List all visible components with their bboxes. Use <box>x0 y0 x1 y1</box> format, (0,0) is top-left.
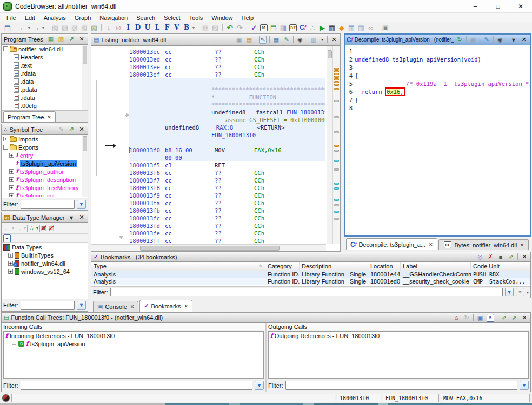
listing-line[interactable]: undefined8 __fastcall FUN_1800013f0(void <box>129 109 325 116</box>
snapshot-icon[interactable]: ◉ <box>496 36 504 44</box>
dropdown-icon[interactable]: ▼ <box>510 36 517 44</box>
tree-item[interactable]: Headers <box>2 53 88 61</box>
table-icon[interactable]: ▦ <box>347 23 356 32</box>
listing-line[interactable]: 1800013fbcc??CCh <box>129 207 325 214</box>
close-icon[interactable]: ✕ <box>47 114 51 120</box>
redo-icon[interactable]: ↷ <box>235 23 244 32</box>
dropdown-icon[interactable]: ▼ <box>68 213 75 221</box>
back-dropdown-icon[interactable]: ▾ <box>27 23 31 32</box>
listing-line[interactable]: 1800013eecc??CCh <box>129 63 325 71</box>
export-icon[interactable]: ⇗ <box>507 253 515 261</box>
overview-marker[interactable] <box>334 73 339 75</box>
menu-help[interactable]: Help <box>237 14 258 22</box>
filter-icon[interactable]: ▼ <box>520 381 529 390</box>
overview-marker[interactable] <box>334 81 339 83</box>
menu-search[interactable]: Search <box>132 14 159 22</box>
incoming-filter-input[interactable] <box>21 381 253 390</box>
overview-marker[interactable] <box>334 204 339 206</box>
clear-flow-icon[interactable]: ▨ <box>201 23 210 32</box>
column-header-type[interactable]: Type✎ <box>91 262 265 271</box>
symbol-tree-header[interactable]: ∴ Symbol Tree ✎⇗✕ <box>2 124 88 135</box>
decompile-line[interactable]: 3 <box>345 64 530 72</box>
overview-marker[interactable] <box>334 183 339 185</box>
decompile-line[interactable]: 5 /* 0x119a 1 ts3plugin_apiVersion */ <box>345 80 530 88</box>
expand-icon[interactable]: + <box>9 177 14 182</box>
window-clone-icon[interactable]: ▣ <box>381 23 390 32</box>
forward-icon[interactable]: → <box>15 224 23 232</box>
tree-item-ts3plugin_apiVersion[interactable]: fts3plugin_apiVersion <box>2 159 88 167</box>
overview-marker[interactable] <box>334 218 339 220</box>
bytes-view-icon[interactable]: 01 <box>260 24 268 31</box>
edit-icon[interactable]: ✎ <box>57 125 65 133</box>
memory-map-icon[interactable]: ▥ <box>278 23 288 32</box>
overview-marker[interactable] <box>334 84 339 86</box>
tree-item[interactable]: .data <box>2 77 88 85</box>
new-tree-icon[interactable]: ▦ <box>47 35 55 43</box>
filter-icon[interactable]: ▼ <box>77 200 86 209</box>
decompile-line[interactable]: 4{ <box>345 72 530 80</box>
forward-dropdown-icon[interactable]: ▾ <box>23 224 27 232</box>
expand-icon[interactable]: + <box>3 137 8 141</box>
refresh-icon[interactable]: ↻ <box>463 314 470 322</box>
dtm-header[interactable]: DT Data Type Manager ▼✕ <box>2 212 88 223</box>
expand-icon[interactable]: + <box>8 253 13 258</box>
bookmarks-column-header[interactable]: Type✎CategoryDescriptionLocationLabelCod… <box>91 262 530 271</box>
export-outgoing-icon[interactable]: ⇗ <box>510 314 518 322</box>
filter-arrays-icon[interactable]: ▣ <box>40 224 48 232</box>
overview-marker[interactable] <box>334 187 339 190</box>
save-icon[interactable]: ▤ <box>3 23 12 32</box>
field-dropdown-icon[interactable]: ▾ <box>320 36 324 44</box>
table-export-icon[interactable]: ▦ <box>356 23 366 32</box>
tree-item-imports[interactable]: + Imports <box>2 135 88 143</box>
overview-marker[interactable] <box>334 100 339 102</box>
menu-graph[interactable]: Graph <box>70 14 96 22</box>
function-f-icon[interactable]: F <box>162 23 172 32</box>
copy-icon[interactable]: ▣ <box>235 36 243 44</box>
decompile-line[interactable]: 7} <box>345 96 530 104</box>
tree-item[interactable]: .rdata <box>2 69 88 77</box>
back-icon[interactable]: ← <box>3 224 11 232</box>
cursor-arrow-icon[interactable]: ↖ <box>259 36 267 44</box>
overview-marker[interactable] <box>334 211 339 213</box>
filter-icon[interactable]: ▼ <box>77 301 86 310</box>
symbol-filter-input[interactable] <box>21 200 75 209</box>
listing-line[interactable]: 1800013fccc??CCh <box>129 214 325 222</box>
listing-line[interactable]: 1800013facc??CCh <box>129 199 325 207</box>
related-symbols-icon[interactable]: ∞ <box>366 23 376 32</box>
tree-item-data-types[interactable]: Data Types <box>2 243 88 251</box>
tree-item-incoming-child[interactable]: ↻ f ts3plugin_apiVersion <box>4 340 263 348</box>
tree-item-notifier_win64.dll[interactable]: +✓notifier_win64.dll <box>2 259 88 267</box>
export-icon[interactable]: ⇗ <box>68 125 75 133</box>
paste-icon[interactable]: ▤ <box>245 36 253 44</box>
no-entry-icon[interactable]: ⊘ <box>114 23 123 32</box>
listing-hscrollbar[interactable] <box>91 244 326 251</box>
decompile-header[interactable]: Cf Decompile: ts3plugin_apiVersion - (no… <box>345 35 530 45</box>
close-icon[interactable]: ✕ <box>520 242 524 248</box>
b-dropdown-icon[interactable]: ▾ <box>191 23 196 32</box>
listing-line[interactable]: undefined8 RAX:8 <RETURN> <box>129 124 325 131</box>
listing-line[interactable]: ****************************************… <box>129 101 325 109</box>
listing-line[interactable]: ****************************************… <box>129 86 325 93</box>
listing-line[interactable] <box>129 139 325 146</box>
tree-item[interactable]: .text <box>2 61 88 69</box>
expand-icon[interactable]: + <box>9 169 14 174</box>
undefine-u-icon[interactable]: U <box>143 23 152 32</box>
overview-marker[interactable] <box>334 78 339 80</box>
preview-dropdown-icon[interactable]: ▾ <box>35 224 39 232</box>
depth-count[interactable]: 5 <box>487 314 494 322</box>
menu-analysis[interactable]: Analysis <box>39 14 70 22</box>
script-manager-icon[interactable]: ▤ <box>269 23 278 32</box>
tree-item-windows_vs12_64[interactable]: +windows_vs12_64 <box>2 267 88 275</box>
clear-code-icon[interactable]: ▨ <box>210 23 220 32</box>
overview-marker[interactable] <box>334 160 339 162</box>
menu-tools[interactable]: Tools <box>185 14 208 22</box>
overview-marker[interactable] <box>334 76 339 78</box>
tab-bookmarks[interactable]: ✓Bookmarks✕ <box>139 300 192 312</box>
menu-edit[interactable]: Edit <box>21 14 39 22</box>
listing-line[interactable]: 1800013eccc??CCh <box>129 48 325 56</box>
preview-icon[interactable]: ∴ <box>28 224 35 232</box>
tree-item[interactable]: .00cfg <box>2 102 88 110</box>
close-icon[interactable]: ✕ <box>78 125 85 133</box>
overview-marker[interactable] <box>334 168 339 171</box>
program-tree-scrollbar[interactable] <box>82 45 88 110</box>
